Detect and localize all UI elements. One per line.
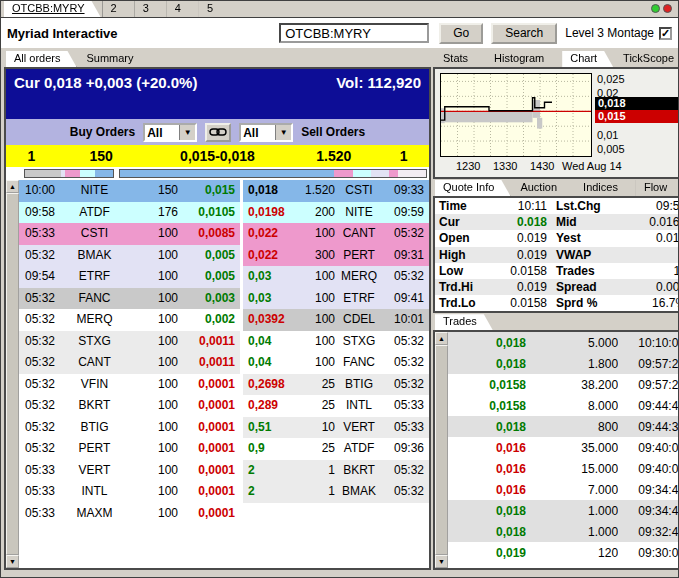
trades-panel-tabs: Trades [433,314,679,330]
depth-segment [353,170,371,177]
trades-list-box: ▲ ▼ 0,0185.00010:10:010,0181.80009:57:27… [433,330,679,570]
table-row[interactable]: 05:32BKRT1000,00010,28925INTL05:33 [19,395,429,417]
app-window: OTCBB:MYRY 2 3 4 5 Myriad Interactive Go… [0,0,679,578]
depth-segment [65,170,79,177]
depth-segment [334,170,352,177]
table-row[interactable]: 05:33VERT1000,000121BKRT05:32 [19,460,429,482]
tab-trades[interactable]: Trades [435,314,493,330]
table-row[interactable]: 10:00NITE1500,0150,0181.520CSTI09:33 [19,180,429,202]
table-row[interactable]: 05:33MAXM1000,0001 [19,503,429,525]
table-row[interactable]: 05:32BMAK1000,0050,022300PERT09:31 [19,245,429,267]
window-tab-3[interactable]: 3 [135,1,165,17]
symbol-input[interactable] [279,23,429,43]
trade-row[interactable]: 0,01588.00009:44:47 [448,395,679,416]
table-row[interactable]: 05:32MERQ1000,0020,0392100CDEL10:01 [19,309,429,331]
scrollbar-thumb[interactable] [435,345,448,555]
left-panel-tabs: All orders Summary [4,51,431,67]
window-tab-4[interactable]: 4 [167,1,197,17]
info-panel: Stats Histogram Chart TickScope 0,025 0,… [433,51,679,570]
quote-row: Trd.Hi0.019Spread0.003 [435,279,679,295]
depth-bars [6,167,429,180]
window-tab-5[interactable]: 5 [199,1,229,17]
window-tab-2[interactable]: 2 [103,1,133,17]
tab-quote-info[interactable]: Quote Info [435,180,510,196]
trade-row[interactable]: 0,01615.00009:40:06 [448,458,679,479]
quote-row: Time10:11Lst.Chg09:59 [435,198,679,214]
y-axis-tick: 0,01 [597,129,618,141]
tab-chart[interactable]: Chart [562,51,613,67]
tab-stats[interactable]: Stats [435,51,484,67]
trades-rows: 0,0185.00010:10:010,0181.80009:57:270,01… [448,332,679,568]
trade-row[interactable]: 0,0185.00010:10:01 [448,332,679,353]
quote-panel-tabs: Quote Info Auction Indices Flow [433,180,679,196]
order-book-rows: 10:00NITE1500,0150,0181.520CSTI09:3309:5… [19,180,429,568]
tab-all-orders[interactable]: All orders [6,51,76,67]
search-button[interactable]: Search [491,23,557,44]
table-row[interactable]: 05:32FANC1000,0030,03100ETRF09:41 [19,288,429,310]
scroll-up-icon[interactable]: ▲ [6,180,19,193]
volume-text: Vol: 112,920 [336,74,421,119]
table-row[interactable]: 09:58ATDF1760,01050,0198200NITE09:59 [19,202,429,224]
sell-orders-label: Sell Orders [301,125,365,139]
depth-segment [398,170,426,177]
order-filter-bar: Buy Orders All ▼ All ▼ [6,119,429,145]
trade-row[interactable]: 0,015838.20009:57:25 [448,374,679,395]
trade-row[interactable]: 0,0181.80009:57:27 [448,353,679,374]
scrollbar-thumb[interactable] [6,193,19,555]
red-led-icon [663,4,672,13]
table-row[interactable]: 05:32PERT1000,00010,925ATDF09:36 [19,438,429,460]
tab-histogram[interactable]: Histogram [486,51,560,67]
sell-filter-select[interactable]: All ▼ [239,123,293,142]
trade-row[interactable]: 0,01880009:44:32 [448,416,679,437]
ask-order-count: 1 [378,148,429,164]
tab-indices[interactable]: Indices [575,180,634,196]
scroll-down-icon[interactable]: ▼ [435,555,448,568]
depth-segment [389,170,398,177]
depth-segment [25,170,61,177]
quote-info-grid: Time10:11Lst.Chg09:59Cur0.018Mid0.0165Op… [433,196,679,313]
level3-montage-checkbox[interactable]: ✓ [659,27,672,40]
table-row[interactable]: 05:32BTIG1000,00010,5110VERT05:33 [19,417,429,439]
tab-flow[interactable]: Flow [636,180,679,196]
yesterday-price-marker: 0,015 [595,110,679,123]
order-book-panel: All orders Summary Cur 0,018 +0,003 (+20… [4,51,431,570]
trade-row[interactable]: 0,0167.00009:34:45 [448,479,679,500]
tab-tickscope[interactable]: TickScope [615,51,679,67]
table-row[interactable]: 05:32VFIN1000,00010,269825BTIG05:32 [19,374,429,396]
current-price-text: Cur 0,018 +0,003 (+20.0%) [14,74,197,119]
trade-row[interactable]: 0,0181.00009:34:45 [448,500,679,521]
window-tab-symbol[interactable]: OTCBB:MYRY [4,1,101,17]
ask-size-total: 1.520 [289,148,378,164]
trade-row[interactable]: 0,01912009:30:09 [448,542,679,563]
go-button[interactable]: Go [439,23,483,44]
quote-row: Open0.019Yest0.015 [435,230,679,246]
tab-summary[interactable]: Summary [78,51,149,67]
table-row[interactable]: 05:33CSTI1000,00850,022100CANT05:32 [19,223,429,245]
table-row[interactable]: 05:33INTL1000,000121BMAK05:32 [19,481,429,503]
chevron-down-icon[interactable]: ▼ [275,125,291,140]
trades-scrollbar[interactable]: ▲ ▼ [435,332,448,568]
y-axis-tick: 0,005 [597,143,625,155]
quote-row: High0.019VWAP [435,247,679,263]
scroll-up-icon[interactable]: ▲ [435,332,448,345]
link-filters-button[interactable] [205,123,231,142]
montage-label: Level 3 Montage [565,26,654,40]
bbo-summary-bar: 1 150 0,015-0,018 1.520 1 [6,145,429,167]
header-bar: Myriad Interactive Go Search Level 3 Mon… [1,18,678,48]
bid-order-count: 1 [6,148,57,164]
quote-row: Trd.Lo0.0158Sprd %16.7% [435,295,679,311]
table-row[interactable]: 05:32STXG1000,00110,04100STXG05:32 [19,331,429,353]
scroll-down-icon[interactable]: ▼ [6,555,19,568]
tab-auction[interactable]: Auction [512,180,573,196]
current-price-marker: 0,018 [595,97,679,110]
book-scrollbar[interactable]: ▲ ▼ [6,180,19,568]
trade-row[interactable]: 0,01635.00009:40:06 [448,437,679,458]
trade-row[interactable]: 0,0181.00009:32:45 [448,521,679,542]
chart-plot-area [440,73,592,157]
table-row[interactable]: 05:32CANT1000,00110,04100FANC05:32 [19,352,429,374]
chevron-down-icon[interactable]: ▼ [179,125,195,140]
app-title: Myriad Interactive [7,26,118,41]
quote-row: Cur0.018Mid0.0165 [435,214,679,230]
buy-filter-select[interactable]: All ▼ [143,123,197,142]
table-row[interactable]: 09:54ETRF1000,0050,03100MERQ05:32 [19,266,429,288]
